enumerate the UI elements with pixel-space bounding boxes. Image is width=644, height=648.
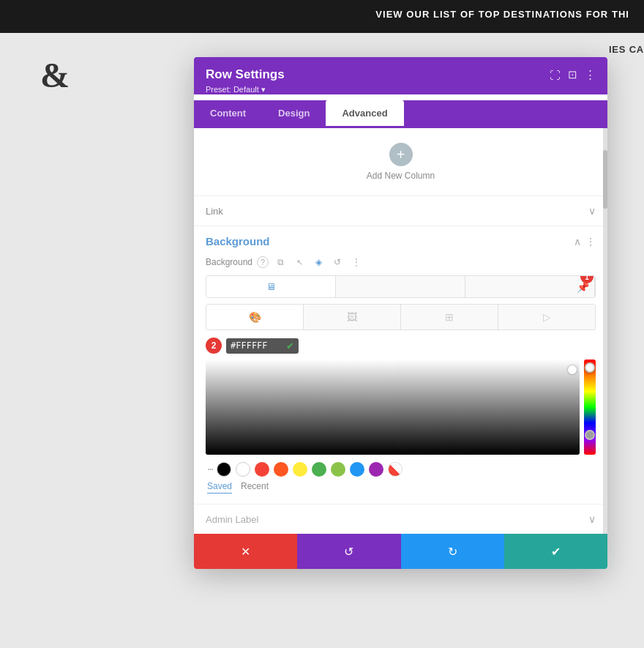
- background-label: Background: [206, 257, 252, 267]
- color-canvas[interactable]: [206, 360, 596, 455]
- color-fill-tab[interactable]: 🎨: [206, 305, 304, 329]
- hex-input-row: 2 ✔: [206, 338, 596, 354]
- split-view-icon[interactable]: ⊡: [568, 68, 577, 81]
- desktop-icon: 🖥: [266, 281, 276, 292]
- tab-advanced[interactable]: Advanced: [326, 100, 403, 128]
- tablet-tab[interactable]: [336, 276, 465, 297]
- modal-title: Row Settings: [206, 67, 285, 82]
- swatch-strikethrough[interactable]: [388, 462, 402, 477]
- color-type-tabs: 🎨 🖼 ⊞ ▷: [206, 304, 596, 330]
- background-title: Background: [206, 235, 270, 247]
- copy-icon[interactable]: ⧉: [273, 255, 288, 269]
- gallery-icon: ⊞: [445, 311, 454, 323]
- swatch-orange[interactable]: [274, 462, 288, 477]
- redo-button[interactable]: ↻: [401, 534, 504, 569]
- badge-2: 2: [206, 338, 222, 354]
- chevron-up-icon[interactable]: ∧: [574, 236, 581, 247]
- banner-text: VIEW OUR LIST OF TOP DESTINATIONS FOR TH…: [375, 9, 629, 20]
- background-label-row: Background ? ⧉ ↖ ◈ ↺ ⋮: [206, 255, 596, 269]
- chevron-down-icon: ∨: [588, 205, 596, 217]
- modal-body: + Add New Column Link ∨ Background ∧ ⋮ B…: [194, 128, 607, 534]
- confirm-icon[interactable]: ✔: [286, 340, 294, 351]
- video-icon: ▷: [543, 311, 551, 323]
- image-icon: 🖼: [347, 311, 357, 323]
- redo-icon: ↻: [448, 545, 457, 559]
- background-section: Background ∧ ⋮ Background ? ⧉ ↖ ◈ ↺ ⋮ 🖥: [194, 226, 607, 494]
- scrollbar[interactable]: [603, 128, 607, 534]
- more-icon[interactable]: ⋮: [349, 255, 364, 269]
- link-label: Link: [206, 206, 223, 217]
- hue-slider[interactable]: [584, 360, 596, 455]
- swatch-red[interactable]: [255, 462, 269, 477]
- save-button[interactable]: ✔: [504, 534, 607, 569]
- device-tabs: 🖥 📌 1: [206, 275, 596, 298]
- add-column-button[interactable]: +: [389, 143, 413, 166]
- background-more-icon[interactable]: ⋮: [585, 236, 596, 247]
- hue-knob-bottom: [585, 430, 595, 440]
- admin-chevron-down-icon: ∨: [588, 513, 596, 525]
- modal-header: Row Settings ⛶ ⊡ ⋮ Preset: Default ▾: [194, 57, 607, 94]
- tab-design[interactable]: Design: [262, 100, 326, 128]
- add-column-section: + Add New Column: [194, 128, 607, 195]
- swatch-purple[interactable]: [369, 462, 383, 477]
- cancel-button[interactable]: ✕: [194, 534, 297, 569]
- gallery-tab[interactable]: ⊞: [401, 305, 498, 329]
- link-section[interactable]: Link ∨: [194, 196, 607, 226]
- save-icon: ✔: [551, 545, 561, 559]
- swatch-yellow[interactable]: [293, 462, 307, 477]
- tab-content[interactable]: Content: [194, 100, 262, 128]
- hue-knob-top: [585, 362, 595, 373]
- mobile-tab[interactable]: [465, 276, 595, 297]
- image-tab[interactable]: 🖼: [304, 305, 401, 329]
- white-dot: [568, 365, 577, 374]
- more-options-icon[interactable]: ⋮: [585, 68, 596, 81]
- hex-input-wrapper: ✔: [226, 338, 299, 354]
- desktop-tab[interactable]: 🖥: [206, 276, 336, 297]
- help-icon[interactable]: ?: [257, 256, 269, 268]
- swatch-black[interactable]: [217, 462, 231, 477]
- saved-tab[interactable]: Saved: [207, 481, 232, 494]
- reset-icon: ↺: [344, 545, 353, 559]
- scrollbar-thumb[interactable]: [603, 150, 607, 209]
- gradient-area[interactable]: [206, 360, 580, 455]
- cursor-icon[interactable]: ↖: [292, 255, 307, 269]
- swatch-white[interactable]: [236, 462, 250, 477]
- row-settings-modal: Row Settings ⛶ ⊡ ⋮ Preset: Default ▾ Con…: [194, 57, 607, 569]
- fullscreen-icon[interactable]: ⛶: [550, 69, 561, 81]
- video-tab[interactable]: ▷: [498, 305, 595, 329]
- add-column-label: Add New Column: [367, 171, 435, 181]
- admin-label-section[interactable]: Admin Label ∨: [194, 504, 607, 534]
- hex-input[interactable]: [231, 340, 282, 351]
- modal-footer: ✕ ↺ ↻ ✔: [194, 534, 607, 569]
- saved-recent-row: Saved Recent: [206, 481, 596, 494]
- nav-right-text: IES CA: [609, 44, 644, 55]
- plus-icon: +: [397, 146, 405, 163]
- swatch-lime[interactable]: [331, 462, 345, 477]
- more-swatches-icon[interactable]: ···: [207, 463, 212, 476]
- recent-tab[interactable]: Recent: [241, 481, 269, 494]
- reset-button[interactable]: ↺: [297, 534, 400, 569]
- ampersand-logo: &: [40, 55, 70, 95]
- color-swatch-icon[interactable]: ◈: [311, 255, 326, 269]
- swatch-green[interactable]: [312, 462, 326, 477]
- modal-preset[interactable]: Preset: Default ▾: [206, 85, 596, 94]
- swatches-row: ···: [206, 462, 596, 477]
- reset-icon[interactable]: ↺: [330, 255, 345, 269]
- paint-bucket-icon: 🎨: [249, 311, 261, 323]
- swatch-blue[interactable]: [350, 462, 364, 477]
- modal-tabs: Content Design Advanced: [194, 100, 607, 128]
- top-banner: VIEW OUR LIST OF TOP DESTINATIONS FOR TH…: [0, 0, 644, 33]
- cancel-icon: ✕: [241, 545, 250, 559]
- admin-label: Admin Label: [206, 514, 258, 525]
